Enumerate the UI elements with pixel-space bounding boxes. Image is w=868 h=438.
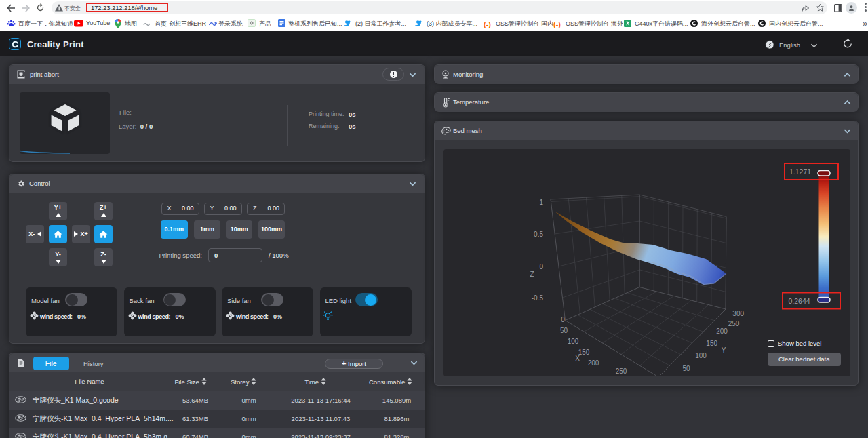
svg-text:200: 200: [716, 327, 728, 335]
svg-text:-0.5: -0.5: [532, 294, 544, 302]
svg-text:50: 50: [560, 327, 568, 334]
svg-text:1: 1: [539, 199, 543, 206]
svg-text:-0.2644: -0.2644: [786, 297, 810, 305]
svg-text:150: 150: [578, 349, 590, 356]
svg-text:0: 0: [561, 316, 565, 323]
svg-text:150: 150: [706, 340, 717, 347]
svg-text:250: 250: [616, 367, 627, 375]
svg-text:Z: Z: [530, 271, 534, 278]
svg-text:X: X: [575, 355, 580, 362]
svg-text:100: 100: [568, 338, 579, 345]
svg-text:200: 200: [588, 359, 599, 367]
svg-text:100: 100: [695, 352, 707, 359]
svg-text:300: 300: [732, 310, 744, 317]
svg-text:50: 50: [682, 365, 690, 372]
svg-text:0: 0: [539, 263, 543, 271]
svg-text:250: 250: [728, 320, 740, 327]
svg-text:0.5: 0.5: [534, 231, 543, 238]
svg-text:1.1271: 1.1271: [789, 167, 811, 176]
svg-text:Y: Y: [722, 346, 726, 354]
